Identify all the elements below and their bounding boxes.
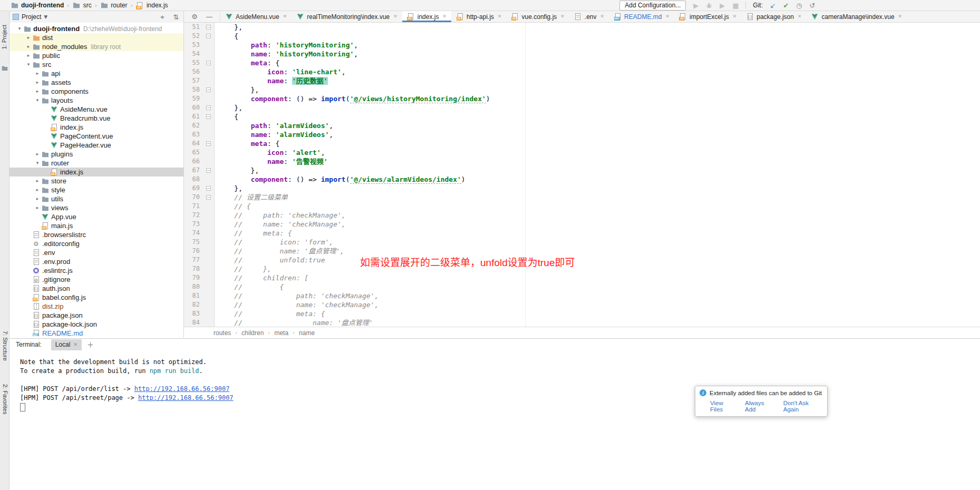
fold-marker[interactable]: – (204, 103, 215, 112)
tree-item-utils[interactable]: ▸utils (9, 194, 183, 203)
tree-item-plugins[interactable]: ▸plugins (9, 150, 183, 159)
code-line[interactable]: 54 name: 'historyMonitoring', (184, 50, 980, 58)
code-line[interactable]: 73 // name: 'checkManage', (184, 220, 980, 229)
code-line[interactable]: 81 // path: 'checkManage', (184, 291, 980, 300)
close-icon[interactable]: ✕ (733, 14, 737, 19)
fold-marker[interactable]: – (204, 193, 215, 202)
chevron-right-icon[interactable]: ▸ (34, 89, 41, 94)
close-icon[interactable]: ✕ (665, 14, 669, 19)
tab-asidemenu.vue[interactable]: AsideMenu.vue✕ (220, 11, 292, 22)
chevron-right-icon[interactable]: ▸ (34, 80, 41, 85)
code-line[interactable]: 67– }, (184, 166, 980, 175)
tab-.env[interactable]: .env✕ (569, 11, 609, 22)
chevron-right-icon[interactable]: ▸ (34, 179, 41, 183)
code-line[interactable]: 51– }, (184, 23, 980, 32)
tree-item-.env[interactable]: .env (9, 248, 183, 257)
close-icon[interactable]: ✕ (498, 14, 502, 19)
code-line[interactable]: 75 // icon: 'form', (184, 238, 980, 247)
editor-breadcrumb-item[interactable]: name (299, 329, 315, 337)
close-icon[interactable]: ✕ (393, 14, 397, 19)
tree-item-api[interactable]: ▸api (9, 69, 183, 78)
tree-item-layouts[interactable]: ▾layouts (9, 96, 183, 105)
breadcrumb-item[interactable]: src (73, 2, 92, 9)
tree-item-src[interactable]: ▾src (9, 60, 183, 69)
settings-icon[interactable]: ⚙ (190, 13, 199, 21)
fold-marker[interactable]: – (204, 85, 215, 94)
tree-item-public[interactable]: ▸public (9, 51, 183, 60)
tree-item-assets[interactable]: ▸assets (9, 78, 183, 87)
close-icon[interactable]: ✕ (73, 342, 77, 347)
code-line[interactable]: 74 // meta: { (184, 229, 980, 238)
fold-marker[interactable]: – (204, 166, 215, 175)
code-line[interactable]: 76 // name: '盘点管理', (184, 247, 980, 256)
locate-icon[interactable]: ⌖ (158, 13, 167, 21)
chevron-down-icon[interactable]: ▾ (34, 98, 41, 103)
code-line[interactable]: 77 // unfold:true (184, 256, 980, 264)
tab-cameramanage-index.vue[interactable]: cameraManage\index.vue✕ (806, 11, 907, 22)
tree-item-index.js[interactable]: JSindex.js (9, 123, 183, 132)
editor-breadcrumb-item[interactable]: routes (214, 329, 231, 337)
code-line[interactable]: 61– { (184, 112, 980, 121)
tab-package.json[interactable]: {;}package.json✕ (741, 11, 806, 22)
editor-breadcrumb-item[interactable]: children (241, 329, 264, 337)
tree-item-.browserslistrc[interactable]: .browserslistrc (9, 230, 183, 239)
code-line[interactable]: 52– { (184, 32, 980, 41)
close-icon[interactable]: ✕ (798, 14, 802, 19)
close-icon[interactable]: ✕ (560, 14, 565, 19)
breadcrumb-item[interactable]: duoji-frontend (11, 2, 64, 9)
tree-item-store[interactable]: ▸store (9, 177, 183, 185)
tree-item-package.json[interactable]: {;}package.json (9, 311, 183, 320)
close-icon[interactable]: ✕ (600, 14, 605, 19)
chevron-down-icon[interactable]: ▾ (25, 62, 32, 67)
tab-index.js[interactable]: JSindex.js✕ (402, 11, 451, 22)
terminal-link[interactable]: http://192.168.66.56:9007 (134, 385, 230, 393)
tree-item-breadcrumb.vue[interactable]: Breadcrumb.vue (9, 114, 183, 123)
notification-action-don-t-ask-again[interactable]: Don't Ask Again (783, 400, 823, 413)
code-editor[interactable]: 51– },52– {53 path: 'historyMonitoring',… (184, 23, 980, 327)
tree-item-duoji-frontend[interactable]: ▾duoji-frontendD:\zheheWeb\duoji-fronten… (9, 24, 183, 33)
fold-marker[interactable]: – (204, 184, 215, 193)
code-line[interactable]: 64– meta: { (184, 139, 980, 148)
add-configuration-button[interactable]: Add Configuration... (619, 1, 686, 11)
tree-item-app.vue[interactable]: App.vue (9, 212, 183, 221)
code-line[interactable]: 57 name: '历史数据' (184, 76, 980, 85)
chevron-down-icon[interactable]: ▼ (44, 15, 47, 19)
code-line[interactable]: 70– // 设置二级菜单 (184, 193, 980, 202)
tab-realtimemonitoring-index.vue[interactable]: realTimeMonitoring\index.vue✕ (292, 11, 402, 22)
run-icon[interactable]: ▶ (692, 1, 700, 9)
code-line[interactable]: 82 // name: 'checkManage', (184, 300, 980, 309)
update-icon[interactable]: ↙ (769, 1, 777, 9)
fold-marker[interactable]: – (204, 139, 215, 148)
tree-item-main.js[interactable]: JSmain.js (9, 221, 183, 230)
tree-item-package-lock.json[interactable]: {;}package-lock.json (9, 320, 183, 329)
code-line[interactable]: 66 name: '告警视频' (184, 157, 980, 166)
terminal-output[interactable]: Note that the development build is not o… (9, 350, 980, 411)
rollback-icon[interactable]: ↺ (808, 1, 817, 9)
chevron-right-icon[interactable]: ▸ (25, 44, 32, 49)
chevron-right-icon[interactable]: ▸ (25, 53, 32, 58)
tab-readme.md[interactable]: MDREADME.md✕ (609, 11, 674, 22)
breadcrumb-item[interactable]: router (100, 2, 127, 9)
tree-item-.eslintrc.js[interactable]: .eslintrc.js (9, 266, 183, 275)
tree-item-router[interactable]: ▾router (9, 159, 183, 168)
terminal-cursor[interactable] (20, 403, 25, 411)
tab-vue.config.js[interactable]: JSvue.config.js✕ (507, 11, 569, 22)
code-line[interactable]: 79 // children: [ (184, 273, 980, 282)
code-line[interactable]: 65 icon: 'alert', (184, 148, 980, 157)
terminal-tab-local[interactable]: Local ✕ (51, 339, 82, 350)
code-line[interactable]: 63 name: 'alarmVideos', (184, 130, 980, 139)
stripe-favorites-button[interactable]: 2: Favorites (1, 384, 8, 414)
coverage-icon[interactable]: ▶ (718, 1, 726, 9)
project-panel-title[interactable]: Project (22, 13, 41, 21)
chevron-right-icon[interactable]: ▸ (34, 205, 41, 210)
fold-marker[interactable]: – (204, 32, 215, 41)
fold-marker[interactable]: – (204, 112, 215, 121)
tree-item-readme.md[interactable]: MDREADME.md (9, 329, 183, 336)
close-icon[interactable]: ✕ (442, 14, 447, 19)
code-line[interactable]: 59 component: () => import('@/views/hist… (184, 94, 980, 103)
code-line[interactable]: 68 component: () => import('@/views/alar… (184, 175, 980, 184)
terminal-link[interactable]: http://192.168.66.56:9007 (138, 394, 234, 401)
stop-icon[interactable]: ■ (731, 1, 740, 9)
code-line[interactable]: 56 icon: 'line-chart', (184, 67, 980, 76)
tree-item-views[interactable]: ▸views (9, 203, 183, 212)
